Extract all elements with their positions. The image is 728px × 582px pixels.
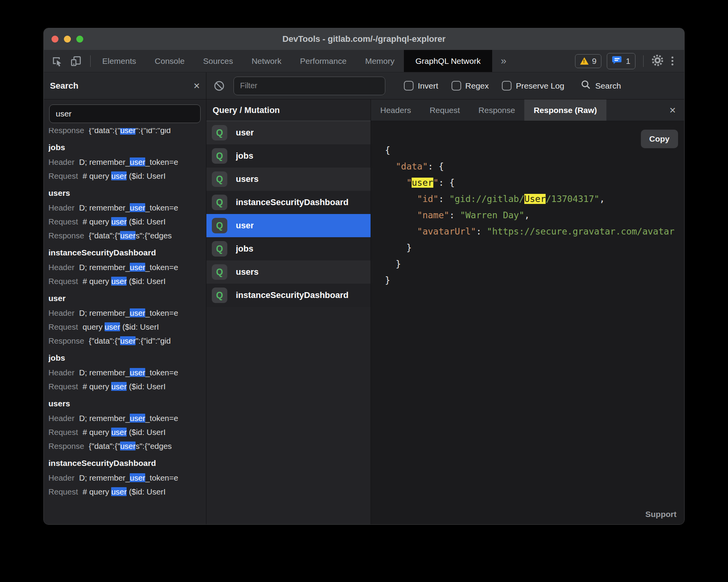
match-highlight: user bbox=[111, 277, 127, 286]
match-highlight: user bbox=[130, 203, 145, 212]
match-highlight: user bbox=[130, 368, 145, 377]
more-tabs-chevron-icon[interactable]: » bbox=[492, 50, 515, 72]
result-line-label: Response bbox=[48, 442, 84, 450]
detail-tab-response-raw[interactable]: Response (Raw) bbox=[524, 99, 606, 121]
query-list-item-instancesecuritydashboard[interactable]: QinstanceSecurityDashboard bbox=[206, 191, 371, 214]
checkbox-box-preserve-log[interactable] bbox=[502, 81, 512, 91]
warning-count: 9 bbox=[592, 56, 597, 66]
match-highlight: user bbox=[111, 382, 127, 391]
issues-badge[interactable]: 1 bbox=[607, 53, 635, 69]
search-result-line[interactable]: Request# query user ($id: UserI bbox=[48, 425, 206, 439]
checkbox-preserve-log[interactable]: Preserve Log bbox=[502, 81, 564, 91]
search-result-group-title[interactable]: instanceSecurityDashboard bbox=[48, 243, 206, 260]
match-highlight: user bbox=[120, 442, 136, 450]
tab-elements[interactable]: Elements bbox=[93, 50, 146, 72]
search-result-line[interactable]: HeaderD; remember_user_token=e bbox=[48, 155, 206, 169]
search-result-line[interactable]: Response{"data":{"users":{"edges bbox=[48, 229, 206, 243]
query-list-item-users[interactable]: Qusers bbox=[206, 168, 371, 191]
json-response-view: {"data": {"user": {"id": "gid://gitlab/U… bbox=[371, 121, 684, 288]
match-highlight: user bbox=[111, 217, 127, 226]
more-options-menu-icon[interactable] bbox=[669, 56, 676, 65]
json-line: "data": { bbox=[385, 158, 684, 175]
search-result-line[interactable]: Request# query user ($id: UserI bbox=[48, 215, 206, 229]
search-result-line[interactable]: Requestquery user ($id: UserI bbox=[48, 320, 206, 334]
search-result-group: usersHeaderD; remember_user_token=eReque… bbox=[48, 394, 206, 453]
query-list-item-jobs[interactable]: Qjobs bbox=[206, 237, 371, 260]
tab-performance[interactable]: Performance bbox=[291, 50, 356, 72]
query-type-icon: Q bbox=[212, 241, 227, 257]
tab-console[interactable]: Console bbox=[146, 50, 194, 72]
checkbox-invert[interactable]: Invert bbox=[404, 81, 438, 91]
clear-log-icon[interactable] bbox=[213, 80, 225, 92]
result-line-label: Request bbox=[48, 487, 78, 496]
search-result-group: usersHeaderD; remember_user_token=eReque… bbox=[48, 183, 206, 243]
search-result-group-title[interactable]: user bbox=[48, 288, 206, 306]
search-result-line[interactable]: HeaderD; remember_user_token=e bbox=[48, 471, 206, 485]
search-icon bbox=[580, 79, 591, 92]
query-list-item-instancesecuritydashboard[interactable]: QinstanceSecurityDashboard bbox=[206, 284, 371, 307]
query-list-item-user[interactable]: Quser bbox=[206, 121, 371, 144]
tab-graphql-network[interactable]: GraphQL Network bbox=[404, 50, 492, 72]
badge-divider bbox=[643, 55, 644, 67]
result-line-label: Header bbox=[48, 203, 74, 212]
query-list-item-users[interactable]: Qusers bbox=[206, 260, 371, 284]
devtools-tab-bar: ElementsConsoleSourcesNetworkPerformance… bbox=[44, 50, 684, 72]
query-list: QuserQjobsQusersQinstanceSecurityDashboa… bbox=[206, 121, 371, 307]
match-highlight: user bbox=[130, 308, 145, 317]
tab-sources[interactable]: Sources bbox=[194, 50, 242, 72]
json-line: "avatarUrl": "https://secure.gravatar.co… bbox=[385, 223, 684, 240]
search-toggle[interactable]: Search bbox=[580, 79, 621, 92]
support-link[interactable]: Support bbox=[646, 510, 676, 519]
detail-tab-headers[interactable]: Headers bbox=[371, 99, 420, 121]
filter-input[interactable] bbox=[234, 77, 385, 95]
search-result-group-title[interactable]: users bbox=[48, 394, 206, 411]
search-result-line[interactable]: HeaderD; remember_user_token=e bbox=[48, 366, 206, 380]
search-result-line[interactable]: HeaderD; remember_user_token=e bbox=[48, 260, 206, 274]
checkbox-box-regex[interactable] bbox=[452, 81, 461, 91]
match-highlight: user bbox=[111, 428, 127, 436]
search-result-line[interactable]: Response{"data":{"user":{"id":"gid bbox=[48, 128, 206, 137]
search-result-group-title[interactable]: jobs bbox=[48, 137, 206, 155]
detail-tab-request[interactable]: Request bbox=[420, 99, 469, 121]
warnings-badge[interactable]: 9 bbox=[575, 54, 602, 68]
search-result-line[interactable]: HeaderD; remember_user_token=e bbox=[48, 201, 206, 215]
close-search-icon[interactable]: × bbox=[194, 80, 200, 91]
search-result-line[interactable]: HeaderD; remember_user_token=e bbox=[48, 306, 206, 320]
search-result-line[interactable]: Request# query user ($id: UserI bbox=[48, 274, 206, 288]
copy-button[interactable]: Copy bbox=[641, 130, 678, 148]
search-input[interactable] bbox=[49, 104, 201, 123]
json-line: } bbox=[385, 240, 684, 256]
tab-network[interactable]: Network bbox=[242, 50, 291, 72]
search-result-line[interactable]: Request# query user ($id: UserI bbox=[48, 380, 206, 394]
search-result-group-title[interactable]: instanceSecurityDashboard bbox=[48, 453, 206, 471]
search-result-group-title[interactable]: jobs bbox=[48, 348, 206, 366]
search-results-list: Response{"data":{"user":{"id":"gidjobsHe… bbox=[44, 128, 206, 524]
search-result-group: instanceSecurityDashboardHeaderD; rememb… bbox=[48, 243, 206, 288]
result-line-label: Header bbox=[48, 368, 74, 377]
checkbox-regex[interactable]: Regex bbox=[452, 81, 489, 91]
result-line-label: Header bbox=[48, 263, 74, 272]
inspect-element-icon[interactable] bbox=[52, 55, 63, 67]
tab-memory[interactable]: Memory bbox=[356, 50, 404, 72]
query-list-item-jobs[interactable]: Qjobs bbox=[206, 144, 371, 168]
search-result-line[interactable]: Request# query user ($id: UserI bbox=[48, 169, 206, 183]
query-name: jobs bbox=[236, 151, 253, 161]
search-result-line[interactable]: Response{"data":{"user":{"id":"gid bbox=[48, 334, 206, 348]
query-list-panel: Query / Mutation QuserQjobsQusersQinstan… bbox=[206, 99, 371, 524]
detail-tab-response[interactable]: Response bbox=[469, 99, 525, 121]
search-results-panel: Response{"data":{"user":{"id":"gidjobsHe… bbox=[44, 99, 206, 524]
search-result-group: instanceSecurityDashboardHeaderD; rememb… bbox=[48, 453, 206, 499]
search-result-line[interactable]: Response{"data":{"users":{"edges bbox=[48, 439, 206, 453]
query-name: instanceSecurityDashboard bbox=[236, 290, 349, 300]
close-detail-icon[interactable]: × bbox=[670, 99, 684, 121]
query-type-icon: Q bbox=[212, 148, 227, 164]
network-filter-toolbar: InvertRegexPreserve Log Search bbox=[206, 72, 684, 99]
search-result-line[interactable]: HeaderD; remember_user_token=e bbox=[48, 411, 206, 425]
device-toolbar-icon[interactable] bbox=[70, 55, 82, 67]
search-result-group-title[interactable]: users bbox=[48, 183, 206, 201]
query-list-item-user[interactable]: Quser bbox=[206, 214, 371, 237]
checkbox-box-invert[interactable] bbox=[404, 81, 414, 91]
search-result-line[interactable]: Request# query user ($id: UserI bbox=[48, 485, 206, 499]
settings-gear-icon[interactable] bbox=[651, 54, 664, 68]
panel-tabs: ElementsConsoleSourcesNetworkPerformance… bbox=[93, 50, 492, 72]
